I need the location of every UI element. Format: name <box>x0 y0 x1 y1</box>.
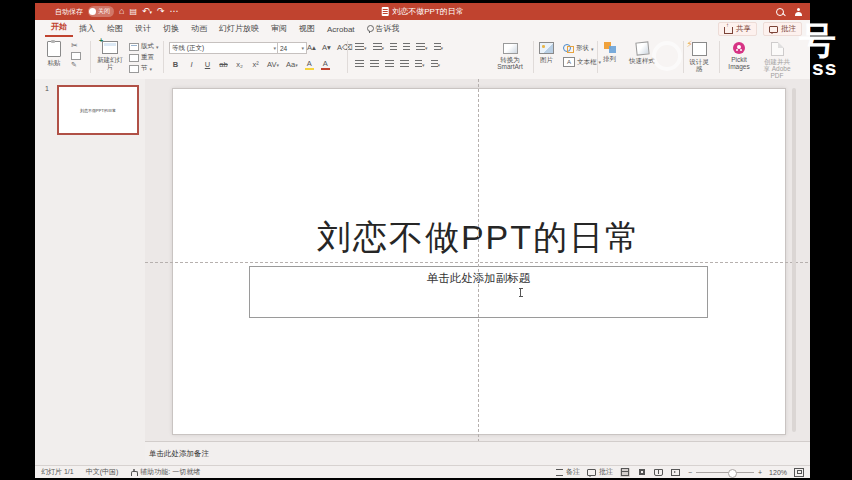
tab-design[interactable]: 设计 <box>129 21 157 37</box>
zoom-track[interactable] <box>696 472 754 473</box>
design-ideas-label: 设计灵感 <box>689 58 709 72</box>
accessibility-status[interactable]: 辅助功能: 一切就绪 <box>130 467 200 477</box>
layout-button[interactable]: 版式▾ <box>129 42 159 51</box>
slide-sorter-view-button[interactable] <box>637 468 647 477</box>
slide-title-text[interactable]: 刘恋不做PPT的日常 <box>173 215 785 261</box>
underline-button[interactable]: U <box>203 60 212 69</box>
tab-draw[interactable]: 绘图 <box>101 21 129 37</box>
textbox-button[interactable]: A文本框▾ <box>563 57 601 67</box>
shrink-font-button[interactable]: A▾ <box>322 43 331 52</box>
design-ideas-button[interactable]: 设计灵感 <box>689 42 709 72</box>
numbering-button[interactable]: ▾ <box>373 43 385 51</box>
normal-view-button[interactable] <box>620 468 630 477</box>
change-case-button[interactable]: Aa▾ <box>286 60 298 69</box>
account-icon[interactable] <box>794 8 802 16</box>
character-spacing-button[interactable]: AV▾ <box>267 60 279 69</box>
grow-font-button[interactable]: A▴ <box>307 43 316 52</box>
convert-smartart-button[interactable]: 转换为SmartArt <box>493 43 527 70</box>
zoom-slider[interactable]: − + <box>688 469 762 476</box>
cut-icon[interactable]: ✂ <box>71 42 81 50</box>
text-highlight-button[interactable]: A <box>305 59 314 70</box>
bold-button[interactable]: B <box>171 60 180 69</box>
section-button[interactable]: 节▾ <box>129 64 159 73</box>
tab-home[interactable]: 开始 <box>45 19 73 37</box>
adobe-pdf-label: 创建并共享 Adobe PDF <box>761 58 793 79</box>
tab-transitions[interactable]: 切换 <box>157 21 185 37</box>
notes-toggle-button[interactable]: 备注 <box>556 467 580 477</box>
paste-button[interactable]: 粘贴 <box>47 41 61 66</box>
slideshow-view-button[interactable] <box>671 468 681 477</box>
align-center-button[interactable] <box>370 60 379 68</box>
arrange-button[interactable]: 排列 <box>603 42 616 62</box>
slide-canvas[interactable]: 刘恋不做PPT的日常 单击此处添加副标题 <box>172 88 786 435</box>
comments-toggle-label: 批注 <box>599 467 613 477</box>
decrease-indent-button[interactable] <box>390 43 397 51</box>
notes-icon <box>556 469 563 476</box>
fit-to-window-icon[interactable] <box>794 468 804 477</box>
tab-insert[interactable]: 插入 <box>73 21 101 37</box>
picture-button[interactable]: 图片 <box>539 42 554 63</box>
zoom-percentage[interactable]: 120% <box>769 469 787 476</box>
reading-view-button[interactable] <box>654 468 664 477</box>
quick-styles-button[interactable]: 快速样式 <box>629 42 655 64</box>
redo-icon[interactable]: ↷ <box>157 7 165 16</box>
search-icon[interactable] <box>776 8 784 16</box>
new-slide-button[interactable]: 新建幻灯片 <box>97 41 123 70</box>
font-color-button[interactable]: A <box>321 59 330 70</box>
more-commands-icon[interactable]: ⋯ <box>170 7 179 16</box>
tab-review[interactable]: 审阅 <box>265 21 293 37</box>
align-left-button[interactable] <box>355 60 364 68</box>
increase-indent-button[interactable] <box>403 43 410 51</box>
tell-me-label: 告诉我 <box>376 23 400 34</box>
subtitle-placeholder-box[interactable]: 单击此处添加副标题 <box>249 266 708 318</box>
watermark-text-1: 号 <box>799 22 836 59</box>
superscript-button[interactable]: x² <box>251 60 260 69</box>
slide-thumbnail-1[interactable]: 刘恋不做PPT的日常 <box>57 85 139 135</box>
tab-animations[interactable]: 动画 <box>185 21 213 37</box>
autosave-toggle[interactable]: 关闭 <box>88 6 114 17</box>
italic-button[interactable]: I <box>187 60 196 69</box>
zoom-out-icon[interactable]: − <box>688 469 692 476</box>
share-button[interactable]: 共享 <box>718 22 757 36</box>
bullets-button[interactable]: ▾ <box>355 43 367 51</box>
tab-tell-me[interactable]: 告诉我 <box>361 21 406 37</box>
share-icon <box>724 27 733 34</box>
font-size-select[interactable]: 24 ▾ <box>277 42 307 54</box>
watermark-ring <box>652 41 682 71</box>
adobe-pdf-button[interactable]: 创建并共享 Adobe PDF <box>761 42 793 79</box>
notes-pane[interactable]: 单击此处添加备注 <box>145 441 810 466</box>
tab-view[interactable]: 视图 <box>293 21 321 37</box>
line-spacing-button[interactable]: ▾ <box>416 43 428 51</box>
comments-toggle-button[interactable]: 批注 <box>587 467 613 477</box>
shapes-button[interactable]: 形状▾ <box>563 44 601 53</box>
clear-formatting-button[interactable]: A⌫ <box>337 43 353 52</box>
justify-button[interactable] <box>400 60 409 68</box>
home-icon[interactable]: ⌂ <box>119 7 124 16</box>
comments-button[interactable]: 批注 <box>763 22 802 36</box>
zoom-knob[interactable] <box>728 469 737 478</box>
save-icon[interactable]: ▤ <box>129 7 137 16</box>
zoom-in-icon[interactable]: + <box>758 469 762 476</box>
pickit-images-button[interactable]: Pickit Images <box>725 42 753 70</box>
toggle-knob-icon <box>89 8 96 15</box>
subscript-button[interactable]: x₂ <box>235 60 244 69</box>
reset-button[interactable]: 重置 <box>129 53 159 62</box>
align-text-button[interactable]: ▾ <box>431 60 441 68</box>
text-direction-button[interactable]: ▾ <box>415 60 425 68</box>
undo-icon[interactable]: ↶▾ <box>142 7 152 17</box>
accessibility-label: 辅助功能: 一切就绪 <box>140 467 200 477</box>
language-indicator[interactable]: 中文(中国) <box>86 467 119 477</box>
vertical-scrollbar[interactable] <box>792 88 796 432</box>
layout-icon <box>129 43 139 51</box>
format-painter-icon[interactable]: ✎ <box>71 62 81 69</box>
tab-slideshow[interactable]: 幻灯片放映 <box>213 21 265 37</box>
font-name-select[interactable]: 等线 (正文) ▾ <box>169 42 279 54</box>
align-right-button[interactable] <box>385 60 394 68</box>
clipboard-icon <box>47 41 61 57</box>
tab-acrobat[interactable]: Acrobat <box>321 23 361 37</box>
columns-button[interactable]: ▾ <box>434 43 444 51</box>
slide-number: 1 <box>45 85 49 92</box>
copy-icon[interactable] <box>71 52 81 60</box>
document-title-area[interactable]: 刘恋不做PPT的日常 <box>381 6 464 17</box>
strikethrough-button[interactable]: ab <box>219 60 228 69</box>
